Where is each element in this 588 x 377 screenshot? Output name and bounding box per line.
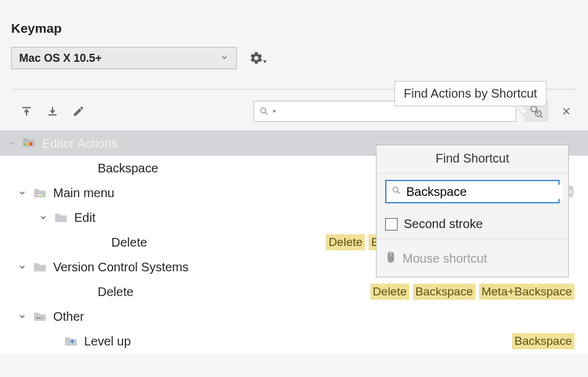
shortcut-badge: Meta+Backspace bbox=[479, 284, 574, 300]
action-label: Delete bbox=[11, 285, 134, 299]
folder-icon bbox=[33, 261, 49, 273]
chevron-down-icon bbox=[17, 263, 27, 271]
level-up-icon bbox=[64, 336, 80, 347]
tree-group-label: Version Control Systems bbox=[53, 260, 189, 274]
svg-point-21 bbox=[40, 195, 41, 196]
shortcut-badge: Delete bbox=[326, 234, 365, 250]
tree-group-other[interactable]: Other bbox=[0, 304, 588, 329]
edit-button[interactable] bbox=[69, 102, 88, 121]
svg-marker-7 bbox=[273, 110, 276, 113]
chevron-down-icon bbox=[220, 52, 229, 65]
svg-point-25 bbox=[393, 187, 398, 192]
svg-line-11 bbox=[540, 116, 542, 117]
svg-point-20 bbox=[38, 195, 39, 196]
tree-group-label: Editor Actions bbox=[42, 137, 117, 151]
clear-search-button[interactable] bbox=[556, 101, 577, 122]
svg-point-24 bbox=[41, 318, 43, 319]
svg-rect-17 bbox=[30, 142, 32, 145]
folder-icon bbox=[33, 311, 49, 322]
shortcut-search-input[interactable] bbox=[406, 185, 563, 199]
action-label: Level up bbox=[84, 334, 131, 349]
expand-all-button[interactable] bbox=[17, 102, 36, 121]
second-stroke-row[interactable]: Second stroke bbox=[377, 210, 568, 239]
scheme-row: Mac OS X 10.5+ bbox=[0, 36, 588, 69]
svg-line-6 bbox=[265, 112, 268, 115]
mouse-shortcut-row[interactable]: Mouse shortcut bbox=[377, 239, 568, 277]
svg-marker-0 bbox=[263, 61, 267, 63]
chevron-down-icon bbox=[17, 312, 27, 321]
shortcut-search-box[interactable] bbox=[385, 180, 560, 203]
keymap-scheme-selected: Mac OS X 10.5+ bbox=[19, 52, 102, 65]
tree-group-label: Other bbox=[53, 310, 84, 324]
svg-point-23 bbox=[39, 318, 40, 319]
page-title: Keymap bbox=[0, 0, 588, 36]
clear-input-button[interactable] bbox=[568, 185, 574, 198]
second-stroke-checkbox[interactable] bbox=[385, 218, 398, 231]
shortcut-badge: Backspace bbox=[413, 284, 475, 300]
svg-point-8 bbox=[531, 106, 537, 112]
keymap-scheme-dropdown[interactable]: Mac OS X 10.5+ bbox=[11, 47, 237, 69]
popup-title: Find Shortcut bbox=[377, 145, 568, 173]
svg-rect-16 bbox=[27, 142, 29, 145]
mouse-shortcut-label: Mouse shortcut bbox=[403, 252, 487, 266]
shortcut-badge: Backspace bbox=[512, 333, 574, 349]
folder-icon bbox=[33, 187, 49, 198]
folder-icon bbox=[22, 137, 36, 151]
action-label: Delete bbox=[111, 235, 147, 250]
tree-group-label: Edit bbox=[74, 211, 95, 225]
chevron-down-icon bbox=[7, 137, 16, 151]
search-icon bbox=[391, 185, 401, 198]
tooltip-arrow-icon bbox=[519, 107, 529, 113]
tree-group-label: Main menu bbox=[53, 186, 114, 200]
chevron-down-icon bbox=[17, 188, 27, 197]
chevron-down-icon bbox=[38, 213, 48, 222]
second-stroke-label: Second stroke bbox=[404, 217, 483, 231]
svg-line-26 bbox=[398, 192, 400, 194]
action-row[interactable]: Level up Backspace bbox=[0, 329, 588, 354]
action-row[interactable]: Delete Delete Backspace Meta+Backspace bbox=[0, 279, 588, 304]
shortcut-badge: Delete bbox=[370, 284, 409, 300]
svg-point-19 bbox=[36, 195, 38, 196]
find-by-shortcut-tooltip: Find Actions by Shortcut bbox=[394, 81, 547, 106]
action-label: Backspace bbox=[11, 161, 158, 176]
svg-point-5 bbox=[261, 108, 266, 113]
folder-icon bbox=[54, 212, 70, 223]
scheme-settings-button[interactable] bbox=[249, 49, 268, 67]
svg-marker-14 bbox=[519, 109, 529, 115]
mouse-icon bbox=[385, 250, 396, 267]
svg-rect-15 bbox=[24, 143, 27, 145]
collapse-all-button[interactable] bbox=[43, 102, 62, 121]
svg-point-22 bbox=[36, 318, 38, 319]
find-shortcut-popup: Find Shortcut Second stroke Mouse shortc… bbox=[376, 145, 569, 277]
